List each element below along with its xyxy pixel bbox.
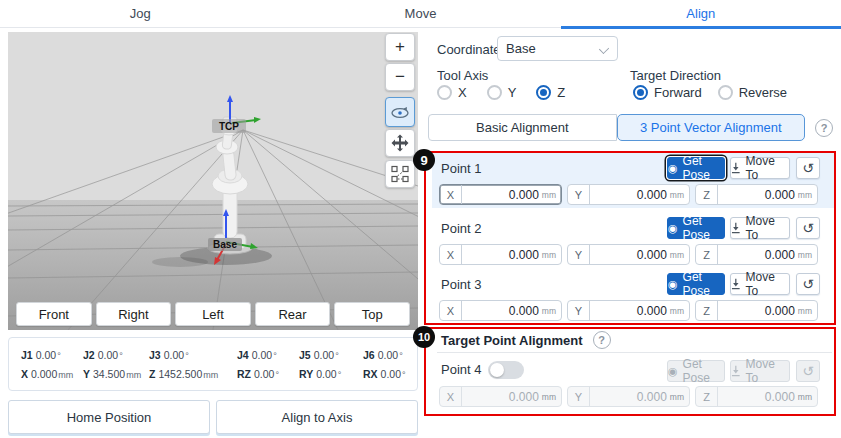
pan-button[interactable] (385, 129, 415, 157)
target-point-alignment-title: Target Point Alignment ? (441, 331, 611, 349)
point1-x-field[interactable]: X 0.000 mm (439, 184, 562, 205)
point1-z-field[interactable]: Z 0.000 mm (695, 184, 818, 205)
point3-z-field[interactable]: Z 0.000 mm (695, 300, 818, 321)
align-screen: Jog Move Align (0, 0, 841, 438)
annotation-badge-9: 9 (413, 149, 435, 171)
base-label: Base (213, 239, 237, 250)
alignment-mode-tabs: Basic Alignment 3 Point Vector Alignment (428, 114, 805, 141)
point2-x-field[interactable]: X 0.000 mm (439, 244, 562, 265)
point4-reset-button[interactable]: ↺ (796, 360, 820, 382)
point3-block: Point 3 ◉ Get Pose Move To ↺ X 0.000 mm … (432, 269, 834, 324)
point4-z-field[interactable]: Z 0.000 mm (695, 386, 818, 407)
target-direction-radiogroup: Forward Reverse (633, 85, 787, 100)
tab-align[interactable]: Align (561, 0, 841, 27)
radio-icon (437, 85, 452, 100)
point1-block: Point 1 ◉ Get Pose Move To ↺ X 0.000 mm … (432, 153, 834, 208)
robot-scene: TCP Base (8, 32, 418, 330)
annotation-badge-10: 10 (413, 326, 435, 348)
coordinates-select[interactable]: Base (497, 36, 618, 61)
direction-forward-radio[interactable]: Forward (633, 85, 702, 100)
point3-reset-button[interactable]: ↺ (796, 273, 820, 295)
move-to-icon (731, 365, 741, 377)
point2-get-pose-button[interactable]: ◉ Get Pose (667, 217, 725, 239)
point4-toggle[interactable] (488, 361, 524, 379)
radio-icon (718, 85, 733, 100)
joint-j5-value: J50.00° (299, 349, 363, 361)
tool-axis-z-radio[interactable]: Z (536, 85, 565, 100)
point2-reset-button[interactable]: ↺ (796, 217, 820, 239)
view-preset-row: Front Right Left Rear Top (16, 302, 410, 326)
point4-y-field[interactable]: Y 0.000 mm (567, 386, 690, 407)
tcp-marker: TCP (212, 95, 261, 133)
radio-icon (487, 85, 502, 100)
point1-get-pose-button[interactable]: ◉ Get Pose (667, 157, 725, 179)
view-top-button[interactable]: Top (334, 302, 410, 326)
direction-reverse-radio[interactable]: Reverse (718, 85, 787, 100)
tab-basic-alignment[interactable]: Basic Alignment (428, 114, 617, 141)
tab-3-point-vector-alignment[interactable]: 3 Point Vector Alignment (617, 114, 806, 141)
point3-get-pose-button[interactable]: ◉ Get Pose (667, 273, 725, 295)
point4-label: Point 4 (441, 362, 481, 377)
point2-move-to-button[interactable]: Move To (730, 217, 790, 239)
point2-block: Point 2 ◉ Get Pose Move To ↺ X 0.000 mm … (432, 213, 834, 268)
tool-axis-label: Tool Axis (437, 68, 488, 83)
view-rear-button[interactable]: Rear (255, 302, 331, 326)
section-divider (437, 352, 832, 353)
point2-fields: X 0.000 mm Y 0.000 mm Z 0.000 mm (439, 244, 818, 265)
tab-jog[interactable]: Jog (0, 0, 280, 27)
home-position-button[interactable]: Home Position (8, 400, 210, 434)
measure-points-button[interactable] (385, 160, 415, 188)
point4-get-pose-button[interactable]: ◉ Get Pose (667, 360, 725, 382)
view-left-button[interactable]: Left (175, 302, 251, 326)
get-pose-icon: ◉ (668, 223, 678, 234)
target-point-help-icon[interactable]: ? (593, 331, 611, 349)
tab-move[interactable]: Move (280, 0, 560, 27)
zoom-out-button[interactable]: − (385, 63, 415, 91)
pose-z-value: Z1452.500mm (149, 368, 237, 380)
joint-j3-value: J30.00° (149, 349, 237, 361)
get-pose-icon: ◉ (668, 279, 678, 290)
point2-label: Point 2 (441, 221, 481, 236)
point4-x-field[interactable]: X 0.000 mm (439, 386, 562, 407)
point3-y-field[interactable]: Y 0.000 mm (567, 300, 690, 321)
3d-viewport[interactable]: TCP Base + − (8, 32, 418, 330)
pose-rx-value: RX0.00° (363, 368, 417, 380)
point1-label: Point 1 (441, 161, 481, 176)
view-front-button[interactable]: Front (16, 302, 92, 326)
orbit-rotate-button[interactable] (385, 97, 415, 127)
move-to-icon (731, 278, 741, 290)
joint-j4-value: J40.00° (237, 349, 299, 361)
align-to-axis-button[interactable]: Align to Axis (216, 400, 418, 434)
point1-y-field[interactable]: Y 0.000 mm (567, 184, 690, 205)
point2-y-field[interactable]: Y 0.000 mm (567, 244, 690, 265)
point1-move-to-button[interactable]: Move To (730, 157, 790, 179)
target-direction-label: Target Direction (630, 68, 721, 83)
robot-status-panel: J10.00° J20.00° J30.00° J40.00° J50.00° … (8, 337, 418, 391)
get-pose-icon: ◉ (668, 366, 678, 377)
pose-rz-value: RZ0.00° (237, 368, 299, 380)
reset-icon: ↺ (802, 363, 814, 379)
point3-fields: X 0.000 mm Y 0.000 mm Z 0.000 mm (439, 300, 818, 321)
get-pose-icon: ◉ (668, 163, 678, 174)
pan-icon (391, 134, 409, 152)
tool-axis-x-radio[interactable]: X (437, 85, 467, 100)
orbit-icon (390, 102, 410, 122)
point3-x-field[interactable]: X 0.000 mm (439, 300, 562, 321)
radio-selected-icon (633, 85, 648, 100)
tool-axis-y-radio[interactable]: Y (487, 85, 517, 100)
move-to-icon (731, 162, 741, 174)
reset-icon: ↺ (802, 220, 814, 236)
point1-reset-button[interactable]: ↺ (796, 157, 820, 179)
tcp-label: TCP (219, 121, 239, 132)
reset-icon: ↺ (802, 276, 814, 292)
joint-j2-value: J20.00° (83, 349, 149, 361)
point4-move-to-button[interactable]: Move To (730, 360, 790, 382)
move-to-icon (731, 222, 741, 234)
tool-axis-radiogroup: X Y Z (437, 85, 565, 100)
point3-move-to-button[interactable]: Move To (730, 273, 790, 295)
point2-z-field[interactable]: Z 0.000 mm (695, 244, 818, 265)
alignment-help-icon[interactable]: ? (815, 119, 833, 137)
zoom-in-button[interactable]: + (385, 33, 415, 61)
joint-j6-value: J60.00° (363, 349, 417, 361)
view-right-button[interactable]: Right (96, 302, 172, 326)
